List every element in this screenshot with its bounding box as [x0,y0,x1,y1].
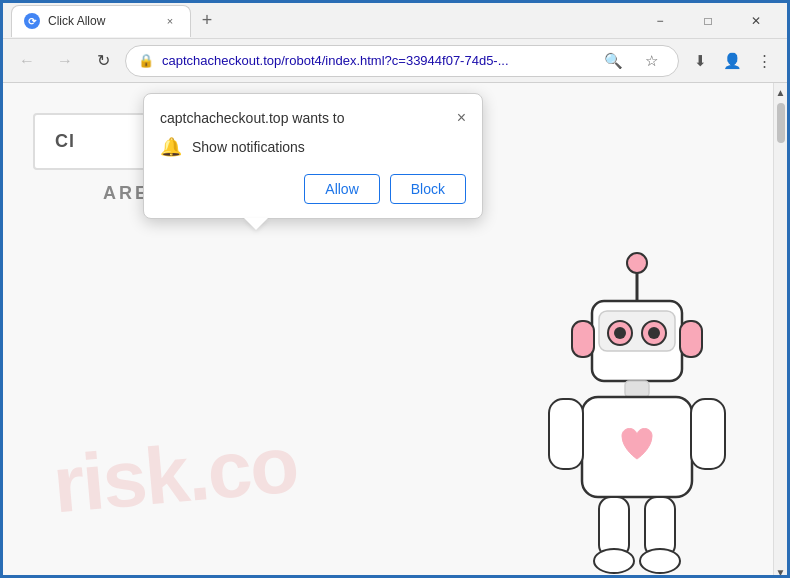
address-bar[interactable]: 🔒 captchacheckout.top/robot4/index.html?… [125,45,679,77]
maximize-button[interactable]: □ [685,3,731,39]
minimize-button[interactable]: − [637,3,683,39]
notification-label: Show notifications [192,139,305,155]
scroll-down-button[interactable]: ▼ [774,565,788,578]
svg-point-17 [640,549,680,573]
search-icon[interactable]: 🔍 [598,46,628,76]
popup-tail [244,218,268,230]
scrollbar[interactable]: ▲ ▼ [773,83,787,578]
toolbar-actions: ⬇ 👤 ⋮ [685,46,779,76]
notification-row: 🔔 Show notifications [160,136,466,158]
close-button[interactable]: ✕ [733,3,779,39]
forward-button[interactable]: → [49,45,81,77]
allow-button[interactable]: Allow [304,174,379,204]
svg-rect-12 [549,399,583,469]
svg-point-7 [648,327,660,339]
svg-point-16 [594,549,634,573]
tab-favicon: ⟳ [24,13,40,29]
robot-illustration [527,241,747,578]
popup-title: captchacheckout.top wants to [160,110,344,126]
scrollbar-thumb[interactable] [777,103,785,143]
scroll-up-button[interactable]: ▲ [774,85,788,99]
download-icon[interactable]: ⬇ [685,46,715,76]
url-text: captchacheckout.top/robot4/index.html?c=… [162,53,590,68]
popup-actions: Allow Block [160,174,466,204]
bell-icon: 🔔 [160,136,182,158]
tab-strip: ⟳ Click Allow × + [11,3,633,38]
active-tab[interactable]: ⟳ Click Allow × [11,5,191,37]
watermark-text: risk.co [49,419,300,532]
notification-popup: captchacheckout.top wants to × 🔔 Show no… [143,93,483,219]
tab-close-button[interactable]: × [162,13,178,29]
new-tab-button[interactable]: + [193,7,221,35]
popup-header: captchacheckout.top wants to × [160,110,466,126]
block-button[interactable]: Block [390,174,466,204]
svg-rect-10 [625,381,649,397]
back-button[interactable]: ← [11,45,43,77]
profile-icon[interactable]: 👤 [717,46,747,76]
lock-icon: 🔒 [138,53,154,68]
svg-rect-13 [691,399,725,469]
refresh-button[interactable]: ↻ [87,45,119,77]
menu-icon[interactable]: ⋮ [749,46,779,76]
title-bar: ⟳ Click Allow × + − □ ✕ [3,3,787,39]
svg-rect-8 [572,321,594,357]
svg-rect-9 [680,321,702,357]
svg-point-6 [614,327,626,339]
bookmark-icon[interactable]: ☆ [636,46,666,76]
popup-close-button[interactable]: × [457,110,466,126]
svg-point-1 [627,253,647,273]
window-controls: − □ ✕ [637,3,779,39]
toolbar: ← → ↻ 🔒 captchacheckout.top/robot4/index… [3,39,787,83]
tab-label: Click Allow [48,14,105,28]
page-background: risk.co Cl ARE NOT A ROBOT. [3,83,787,578]
content-area: risk.co Cl ARE NOT A ROBOT. [3,83,787,578]
